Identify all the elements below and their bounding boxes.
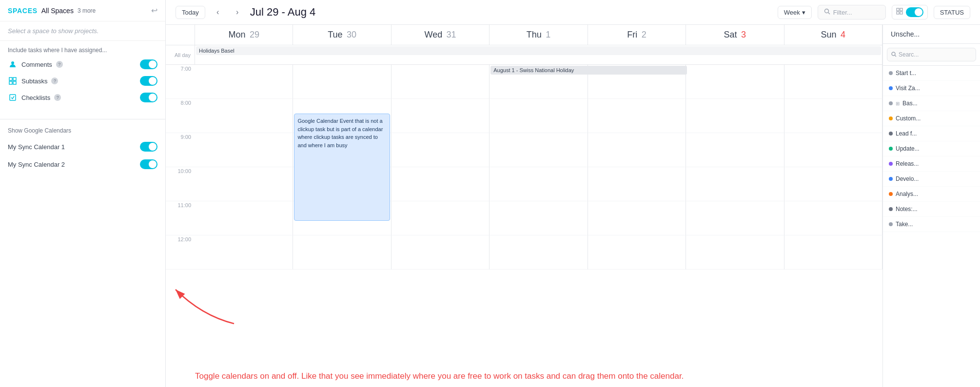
sync-calendar-1-toggle[interactable]: [140, 142, 157, 152]
comments-help-icon[interactable]: ?: [56, 61, 63, 68]
subtask-icon: ⊞: [896, 101, 900, 106]
day-headers: Mon 29 Tue 30 Wed 31 Thu: [166, 25, 882, 45]
today-button[interactable]: Today: [176, 6, 205, 19]
subtasks-help-icon[interactable]: ?: [51, 77, 58, 84]
sat-7[interactable]: [686, 65, 784, 99]
week-selector[interactable]: Week ▾: [778, 6, 812, 19]
mon-8[interactable]: [195, 99, 293, 133]
wed-9[interactable]: [392, 133, 490, 167]
time-label-9: 9:00: [166, 133, 195, 167]
fri-11[interactable]: [588, 201, 686, 235]
fri-8[interactable]: [588, 99, 686, 133]
time-grid: 7:00 August 1 - Swiss National Holiday: [166, 65, 882, 270]
mon-10[interactable]: [195, 167, 293, 201]
list-item[interactable]: Update...: [883, 141, 980, 156]
wed-11[interactable]: [392, 201, 490, 235]
prev-button[interactable]: ‹: [211, 5, 225, 19]
unscheduled-search: Searc...: [883, 44, 980, 66]
thu-8[interactable]: [490, 99, 588, 133]
list-item[interactable]: Notes:...: [883, 202, 980, 217]
tue-7[interactable]: [293, 65, 391, 99]
swiss-national-holiday[interactable]: August 1 - Swiss National Holiday: [490, 66, 687, 75]
list-item[interactable]: ⊞ Bas...: [883, 96, 980, 111]
next-button[interactable]: ›: [231, 5, 244, 19]
checklists-toggle[interactable]: [140, 93, 157, 102]
task-label: Notes:...: [896, 206, 918, 213]
list-item[interactable]: Custom...: [883, 111, 980, 126]
allday-mon: Holidays Basel: [195, 45, 882, 64]
wed-8[interactable]: [392, 99, 490, 133]
tue-8[interactable]: Google Calendar Event that is not a clic…: [293, 99, 391, 133]
sat-9[interactable]: [686, 133, 784, 167]
sat-10[interactable]: [686, 167, 784, 201]
comments-toggle-row: Comments ?: [8, 59, 157, 69]
task-label: Visit Za...: [896, 85, 920, 92]
task-label: Develo...: [896, 175, 919, 182]
fri-9[interactable]: [588, 133, 686, 167]
task-dot: [889, 147, 893, 151]
unscheduled-title: Unsche...: [891, 30, 920, 38]
wed-12[interactable]: [392, 235, 490, 270]
back-icon[interactable]: ↩: [151, 6, 157, 15]
thu-7[interactable]: August 1 - Swiss National Holiday: [490, 65, 588, 99]
sun-10[interactable]: [784, 167, 882, 201]
task-dot: [889, 192, 893, 196]
mon-12[interactable]: [195, 235, 293, 270]
day-header-mon: Mon 29: [195, 25, 293, 45]
fri-10[interactable]: [588, 167, 686, 201]
sun-8[interactable]: [784, 99, 882, 133]
status-button[interactable]: STATUS: [934, 6, 970, 19]
sat-12[interactable]: [686, 235, 784, 270]
mon-9[interactable]: [195, 133, 293, 167]
thu-10[interactable]: [490, 167, 588, 201]
list-item[interactable]: Releas...: [883, 156, 980, 172]
subtasks-label: Subtasks: [21, 77, 47, 85]
sun-12[interactable]: [784, 235, 882, 270]
list-item[interactable]: Visit Za...: [883, 81, 980, 96]
header-spacer: [166, 25, 195, 45]
sync-calendar-2-toggle[interactable]: [140, 159, 157, 169]
unscheduled-search-box[interactable]: Searc...: [887, 48, 976, 61]
svg-line-13: [895, 56, 897, 57]
time-label-12: 12:00: [166, 235, 195, 270]
wed-10[interactable]: [392, 167, 490, 201]
svg-rect-9: [900, 8, 902, 11]
comments-toggle[interactable]: [140, 59, 157, 69]
more-label[interactable]: 3 more: [78, 7, 96, 14]
search-placeholder: Searc...: [899, 51, 919, 58]
filter-input[interactable]: Filter...: [818, 5, 886, 19]
list-item[interactable]: Take...: [883, 217, 980, 232]
holidays-basel-event[interactable]: Holidays Basel: [196, 46, 881, 55]
time-grid-scroll[interactable]: 7:00 August 1 - Swiss National Holiday: [166, 65, 882, 387]
sun-11[interactable]: [784, 201, 882, 235]
sun-7[interactable]: [784, 65, 882, 99]
task-label: Custom...: [896, 115, 921, 122]
sat-8[interactable]: [686, 99, 784, 133]
list-item[interactable]: Analys...: [883, 187, 980, 202]
task-label: Take...: [896, 221, 913, 228]
list-item[interactable]: Lead f...: [883, 126, 980, 141]
sun-9[interactable]: [784, 133, 882, 167]
checklists-label: Checklists: [21, 94, 50, 101]
tue-12[interactable]: [293, 235, 391, 270]
fri-12[interactable]: [588, 235, 686, 270]
subtasks-toggle[interactable]: [140, 76, 157, 86]
wed-7[interactable]: [392, 65, 490, 99]
sat-11[interactable]: [686, 201, 784, 235]
sync-calendar-2-row: My Sync Calendar 2: [0, 155, 165, 173]
thu-9[interactable]: [490, 133, 588, 167]
list-item[interactable]: Start t...: [883, 66, 980, 81]
all-spaces-label[interactable]: All Spaces: [41, 7, 74, 15]
unscheduled-panel: Unsche... Searc... Start t.: [882, 25, 980, 387]
view-grid-icon: [896, 8, 903, 17]
thu-11[interactable]: [490, 201, 588, 235]
view-mode-toggle[interactable]: [906, 7, 923, 17]
mon-7[interactable]: [195, 65, 293, 99]
gcal-event[interactable]: Google Calendar Event that is not a clic…: [294, 114, 390, 221]
checklists-help-icon[interactable]: ?: [54, 94, 61, 101]
mon-11[interactable]: [195, 201, 293, 235]
sync-calendar-1-label: My Sync Calendar 1: [8, 143, 65, 151]
day-header-fri: Fri 2: [588, 25, 686, 45]
thu-12[interactable]: [490, 235, 588, 270]
list-item[interactable]: Develo...: [883, 172, 980, 187]
